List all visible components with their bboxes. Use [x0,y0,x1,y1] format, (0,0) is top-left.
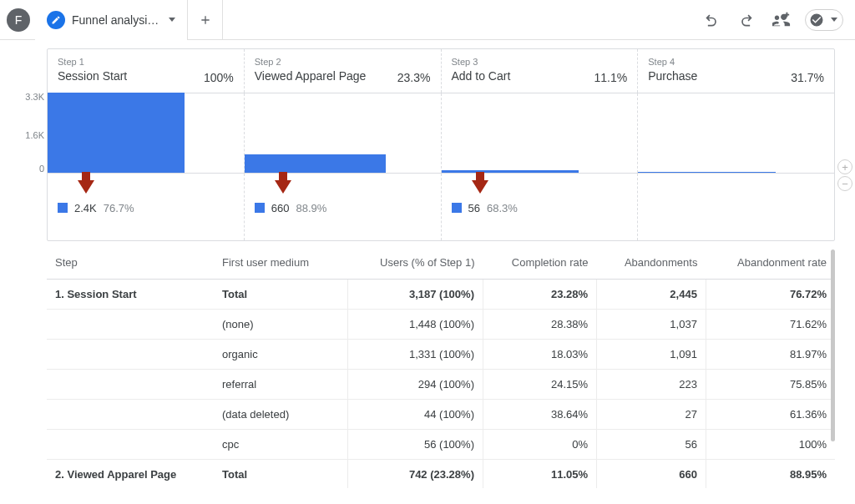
cell-abandonments: 56 [597,429,706,459]
cell-medium: referral [214,369,347,399]
cell-completion: 0% [483,429,596,459]
add-tab-button[interactable] [188,0,223,40]
step-number: Step 1 [58,56,127,68]
step-percent: 31.7% [791,71,824,84]
share-button[interactable] [770,8,793,32]
table-row[interactable]: (none) 1,448 (100%) 28.38% 1,037 71.62% [47,309,835,339]
table-row[interactable]: (data deleted) 44 (100%) 38.64% 27 61.36… [47,399,835,429]
chart-column[interactable] [442,93,639,173]
step-title: Session Start [58,68,127,84]
dropoff-column: 660 88.9% [245,174,442,240]
table-row[interactable]: cpc 56 (100%) 0% 56 100% [47,429,835,459]
cell-medium: cpc [214,429,347,459]
zoom-in-button[interactable]: + [837,159,852,174]
chart-column[interactable] [48,93,245,173]
cell-abandonment-rate: 100% [706,429,835,459]
cell-users: 742 (23.28%) [347,459,483,488]
cell-medium: Total [214,459,347,488]
cell-step [47,339,214,369]
funnel-data-table: StepFirst user mediumUsers (% of Step 1)… [47,246,835,488]
step-header[interactable]: Step 1 Session Start 100% [48,49,245,93]
column-header[interactable]: First user medium [214,246,347,280]
dropoff-metric[interactable]: 2.4K 76.7% [58,202,234,214]
dropoff-percent: 76.7% [104,202,134,214]
table-row[interactable]: organic 1,331 (100%) 18.03% 1,091 81.97% [47,339,835,369]
dropoff-percent: 88.9% [296,202,326,214]
cell-abandonments: 27 [597,399,706,429]
cell-step [47,429,214,459]
avatar[interactable]: F [7,8,30,32]
dropoff-arrow-icon [78,180,94,194]
pencil-icon [47,11,65,29]
series-swatch [452,203,462,213]
step-number: Step 4 [648,56,697,68]
cell-abandonments: 1,037 [597,309,706,339]
cell-users: 1,331 (100%) [347,339,483,369]
dropoff-count: 660 [271,202,290,214]
cell-users: 294 (100%) [347,369,483,399]
cell-abandonment-rate: 71.62% [706,309,835,339]
series-swatch [255,203,265,213]
dropoff-arrow-icon [275,180,291,194]
series-swatch [58,203,68,213]
cell-abandonments: 660 [597,459,706,488]
table-row[interactable]: referral 294 (100%) 24.15% 223 75.85% [47,369,835,399]
column-header[interactable]: Abandonment rate [706,246,835,280]
bar [442,170,579,173]
cell-medium: Total [214,279,347,309]
insights-menu-button[interactable] [805,9,843,31]
dropoff-column [638,174,834,240]
cell-completion: 24.15% [483,369,596,399]
zoom-out-button[interactable]: − [837,176,852,191]
dropoff-metric[interactable]: 56 68.3% [452,202,628,214]
bar [245,154,386,173]
chevron-down-icon[interactable] [169,18,175,22]
step-title: Add to Cart [452,68,511,84]
cell-step [47,369,214,399]
dropoff-arrow-icon [472,180,488,194]
cell-completion: 38.64% [483,399,596,429]
redo-button[interactable] [735,8,758,32]
column-header[interactable]: Step [47,246,214,280]
cell-step [47,309,214,339]
cell-abandonment-rate: 81.97% [706,339,835,369]
dropoff-column: 56 68.3% [442,174,639,240]
cell-medium: (data deleted) [214,399,347,429]
bar [48,93,185,173]
step-title: Purchase [648,68,697,84]
cell-step: 1. Session Start [47,279,214,309]
tab-funnel-analysis[interactable]: Funnel analysi… [35,0,188,40]
zoom-controls: + − [837,159,852,191]
cell-step [47,399,214,429]
table-row[interactable]: 1. Session Start Total 3,187 (100%) 23.2… [47,279,835,309]
cell-users: 1,448 (100%) [347,309,483,339]
table-row[interactable]: 2. Viewed Apparel Page Total 742 (23.28%… [47,459,835,488]
column-header[interactable]: Abandonments [597,246,706,280]
cell-medium: (none) [214,309,347,339]
cell-abandonments: 223 [597,369,706,399]
cell-abandonment-rate: 88.95% [706,459,835,488]
cell-completion: 28.38% [483,309,596,339]
column-header[interactable]: Completion rate [483,246,596,280]
chevron-down-icon [831,18,837,22]
chart-column[interactable] [638,93,834,173]
cell-users: 56 (100%) [347,429,483,459]
cell-users: 3,187 (100%) [347,279,483,309]
bar [638,172,775,173]
step-percent: 11.1% [594,71,628,84]
step-percent: 23.3% [397,71,431,84]
undo-button[interactable] [700,8,723,32]
step-header[interactable]: Step 2 Viewed Apparel Page 23.3% [245,49,442,93]
cell-step: 2. Viewed Apparel Page [47,459,214,488]
step-header[interactable]: Step 4 Purchase 31.7% [638,49,834,93]
cell-abandonment-rate: 75.85% [706,369,835,399]
cell-abandonments: 1,091 [597,339,706,369]
step-header[interactable]: Step 3 Add to Cart 11.1% [442,49,639,93]
chart-column[interactable] [245,93,442,173]
step-number: Step 2 [255,56,367,68]
column-header[interactable]: Users (% of Step 1) [347,246,483,280]
dropoff-metric[interactable]: 660 88.9% [255,202,431,214]
scrollbar[interactable] [831,249,835,441]
y-tick: 0 [39,164,44,174]
cell-completion: 18.03% [483,339,596,369]
